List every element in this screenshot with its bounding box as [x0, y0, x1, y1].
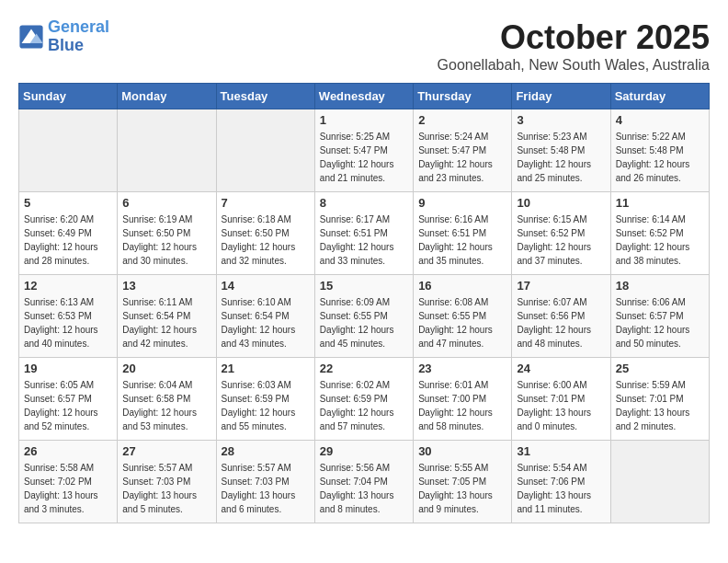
cell-info: Sunrise: 6:00 AM Sunset: 7:01 PM Dayligh…	[517, 378, 605, 433]
cell-info: Sunrise: 5:57 AM Sunset: 7:03 PM Dayligh…	[222, 461, 310, 516]
weekday-header-friday: Friday	[512, 84, 610, 109]
cell-info: Sunrise: 6:01 AM Sunset: 7:00 PM Dayligh…	[418, 378, 506, 433]
calendar-cell: 9Sunrise: 6:16 AM Sunset: 6:51 PM Daylig…	[414, 192, 512, 275]
cell-info: Sunrise: 6:13 AM Sunset: 6:53 PM Dayligh…	[24, 295, 112, 350]
logo: General Blue	[18, 18, 109, 55]
calendar-week-3: 12Sunrise: 6:13 AM Sunset: 6:53 PM Dayli…	[19, 275, 710, 358]
calendar-cell: 28Sunrise: 5:57 AM Sunset: 7:03 PM Dayli…	[216, 441, 314, 523]
calendar-week-5: 26Sunrise: 5:58 AM Sunset: 7:02 PM Dayli…	[19, 441, 710, 523]
cell-info: Sunrise: 6:20 AM Sunset: 6:49 PM Dayligh…	[24, 213, 112, 268]
calendar-cell: 18Sunrise: 6:06 AM Sunset: 6:57 PM Dayli…	[610, 275, 709, 358]
calendar-week-2: 5Sunrise: 6:20 AM Sunset: 6:49 PM Daylig…	[19, 192, 710, 275]
weekday-header-row: SundayMondayTuesdayWednesdayThursdayFrid…	[19, 84, 710, 109]
logo-icon	[18, 24, 44, 50]
weekday-header-tuesday: Tuesday	[216, 84, 314, 109]
cell-info: Sunrise: 5:58 AM Sunset: 7:02 PM Dayligh…	[24, 461, 112, 516]
day-number: 12	[24, 279, 112, 293]
cell-info: Sunrise: 5:57 AM Sunset: 7:03 PM Dayligh…	[122, 461, 210, 516]
calendar-cell: 19Sunrise: 6:05 AM Sunset: 6:57 PM Dayli…	[19, 358, 118, 441]
weekday-header-wednesday: Wednesday	[314, 84, 413, 109]
calendar-cell	[610, 441, 709, 523]
day-number: 17	[517, 279, 605, 293]
calendar-cell: 13Sunrise: 6:11 AM Sunset: 6:54 PM Dayli…	[118, 275, 216, 358]
logo-text: General Blue	[48, 18, 109, 55]
logo-line1: General	[48, 17, 109, 36]
cell-info: Sunrise: 6:17 AM Sunset: 6:51 PM Dayligh…	[320, 213, 408, 268]
day-number: 15	[320, 279, 408, 293]
day-number: 19	[24, 362, 112, 375]
calendar-cell: 20Sunrise: 6:04 AM Sunset: 6:58 PM Dayli…	[118, 358, 216, 441]
calendar-cell: 8Sunrise: 6:17 AM Sunset: 6:51 PM Daylig…	[314, 192, 413, 275]
calendar-cell: 6Sunrise: 6:19 AM Sunset: 6:50 PM Daylig…	[118, 192, 216, 275]
cell-info: Sunrise: 6:18 AM Sunset: 6:50 PM Dayligh…	[222, 213, 310, 268]
day-number: 10	[517, 196, 605, 210]
cell-info: Sunrise: 6:06 AM Sunset: 6:57 PM Dayligh…	[616, 295, 704, 350]
cell-info: Sunrise: 6:02 AM Sunset: 6:59 PM Dayligh…	[320, 378, 408, 433]
cell-info: Sunrise: 6:15 AM Sunset: 6:52 PM Dayligh…	[517, 213, 605, 268]
calendar-cell	[118, 109, 216, 192]
calendar-cell: 27Sunrise: 5:57 AM Sunset: 7:03 PM Dayli…	[118, 441, 216, 523]
calendar-cell: 17Sunrise: 6:07 AM Sunset: 6:56 PM Dayli…	[512, 275, 610, 358]
calendar-cell: 16Sunrise: 6:08 AM Sunset: 6:55 PM Dayli…	[414, 275, 512, 358]
calendar-cell	[216, 109, 314, 192]
calendar-cell: 25Sunrise: 5:59 AM Sunset: 7:01 PM Dayli…	[610, 358, 709, 441]
calendar-cell: 23Sunrise: 6:01 AM Sunset: 7:00 PM Dayli…	[414, 358, 512, 441]
calendar-week-4: 19Sunrise: 6:05 AM Sunset: 6:57 PM Dayli…	[19, 358, 710, 441]
day-number: 16	[418, 279, 506, 293]
cell-info: Sunrise: 6:14 AM Sunset: 6:52 PM Dayligh…	[616, 213, 704, 268]
day-number: 30	[418, 444, 506, 458]
cell-info: Sunrise: 5:23 AM Sunset: 5:48 PM Dayligh…	[517, 130, 605, 185]
page-header: General Blue October 2025 Goonellabah, N…	[18, 18, 710, 74]
day-number: 23	[418, 362, 506, 375]
cell-info: Sunrise: 6:05 AM Sunset: 6:57 PM Dayligh…	[24, 378, 112, 433]
calendar-cell: 15Sunrise: 6:09 AM Sunset: 6:55 PM Dayli…	[314, 275, 413, 358]
calendar-cell: 7Sunrise: 6:18 AM Sunset: 6:50 PM Daylig…	[216, 192, 314, 275]
day-number: 24	[517, 362, 605, 375]
day-number: 6	[122, 196, 210, 210]
cell-info: Sunrise: 5:55 AM Sunset: 7:05 PM Dayligh…	[418, 461, 506, 516]
day-number: 28	[222, 444, 310, 458]
cell-info: Sunrise: 6:19 AM Sunset: 6:50 PM Dayligh…	[122, 213, 210, 268]
calendar-cell: 30Sunrise: 5:55 AM Sunset: 7:05 PM Dayli…	[414, 441, 512, 523]
cell-info: Sunrise: 5:22 AM Sunset: 5:48 PM Dayligh…	[616, 130, 704, 185]
day-number: 7	[222, 196, 310, 210]
month-title: October 2025	[438, 18, 710, 57]
weekday-header-saturday: Saturday	[610, 84, 709, 109]
calendar-cell: 31Sunrise: 5:54 AM Sunset: 7:06 PM Dayli…	[512, 441, 610, 523]
day-number: 14	[222, 279, 310, 293]
cell-info: Sunrise: 6:08 AM Sunset: 6:55 PM Dayligh…	[418, 295, 506, 350]
day-number: 20	[122, 362, 210, 375]
calendar-cell: 4Sunrise: 5:22 AM Sunset: 5:48 PM Daylig…	[610, 109, 709, 192]
calendar-cell: 2Sunrise: 5:24 AM Sunset: 5:47 PM Daylig…	[414, 109, 512, 192]
weekday-header-sunday: Sunday	[19, 84, 118, 109]
cell-info: Sunrise: 5:24 AM Sunset: 5:47 PM Dayligh…	[418, 130, 506, 185]
calendar-cell	[19, 109, 118, 192]
cell-info: Sunrise: 5:56 AM Sunset: 7:04 PM Dayligh…	[320, 461, 408, 516]
weekday-header-monday: Monday	[118, 84, 216, 109]
calendar-cell: 11Sunrise: 6:14 AM Sunset: 6:52 PM Dayli…	[610, 192, 709, 275]
calendar-week-1: 1Sunrise: 5:25 AM Sunset: 5:47 PM Daylig…	[19, 109, 710, 192]
calendar-cell: 26Sunrise: 5:58 AM Sunset: 7:02 PM Dayli…	[19, 441, 118, 523]
day-number: 2	[418, 113, 506, 127]
day-number: 1	[320, 113, 408, 127]
cell-info: Sunrise: 5:59 AM Sunset: 7:01 PM Dayligh…	[616, 378, 704, 433]
day-number: 13	[122, 279, 210, 293]
day-number: 8	[320, 196, 408, 210]
day-number: 18	[616, 279, 704, 293]
day-number: 27	[122, 444, 210, 458]
calendar-cell: 29Sunrise: 5:56 AM Sunset: 7:04 PM Dayli…	[314, 441, 413, 523]
logo-line2: Blue	[48, 36, 84, 54]
weekday-header-thursday: Thursday	[414, 84, 512, 109]
calendar-cell: 24Sunrise: 6:00 AM Sunset: 7:01 PM Dayli…	[512, 358, 610, 441]
cell-info: Sunrise: 6:11 AM Sunset: 6:54 PM Dayligh…	[122, 295, 210, 350]
calendar-cell: 1Sunrise: 5:25 AM Sunset: 5:47 PM Daylig…	[314, 109, 413, 192]
day-number: 4	[616, 113, 704, 127]
day-number: 5	[24, 196, 112, 210]
calendar-cell: 21Sunrise: 6:03 AM Sunset: 6:59 PM Dayli…	[216, 358, 314, 441]
day-number: 26	[24, 444, 112, 458]
calendar-cell: 14Sunrise: 6:10 AM Sunset: 6:54 PM Dayli…	[216, 275, 314, 358]
day-number: 3	[517, 113, 605, 127]
day-number: 21	[222, 362, 310, 375]
cell-info: Sunrise: 6:09 AM Sunset: 6:55 PM Dayligh…	[320, 295, 408, 350]
location: Goonellabah, New South Wales, Australia	[438, 57, 710, 74]
